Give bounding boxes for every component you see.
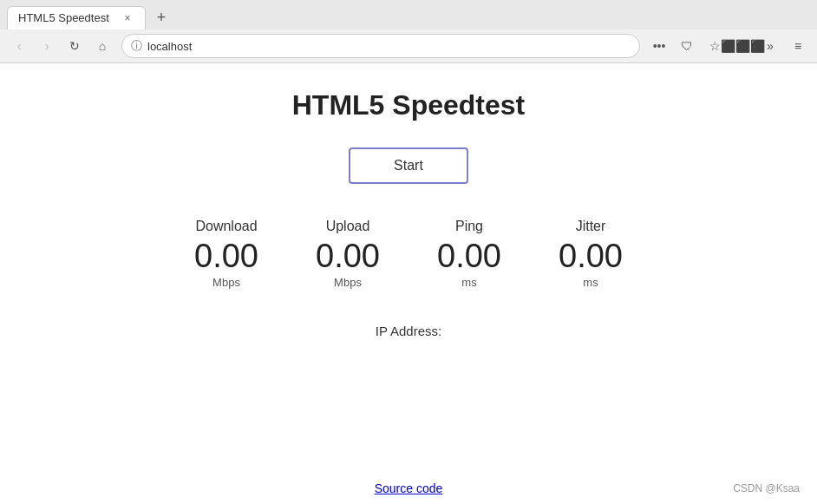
- refresh-icon: ↻: [69, 39, 80, 53]
- page-footer: Source code CSDN @Ksaa: [0, 481, 817, 495]
- nav-bar: ‹ › ↻ ⌂ ⓘ localhost ••• 🛡 ☆ ⬛⬛⬛ »: [0, 29, 817, 62]
- new-tab-button[interactable]: +: [149, 5, 173, 29]
- library-button[interactable]: ⬛⬛⬛: [730, 34, 755, 58]
- menu-button[interactable]: ≡: [786, 34, 810, 58]
- forward-button[interactable]: ›: [35, 34, 59, 58]
- tab-title: HTML5 Speedtest: [18, 11, 114, 24]
- metric-download-label: Download: [195, 219, 257, 234]
- start-button[interactable]: Start: [349, 147, 468, 184]
- metric-upload-unit: Mbps: [334, 276, 362, 289]
- metric-upload-label: Upload: [326, 219, 370, 234]
- metric-jitter-label: Jitter: [576, 219, 606, 234]
- tab-bar: HTML5 Speedtest × +: [0, 0, 817, 29]
- ip-address-row: IP Address:: [376, 324, 441, 338]
- metric-jitter: Jitter 0.00 ms: [556, 219, 625, 289]
- address-bar[interactable]: ⓘ localhost: [121, 34, 640, 58]
- metric-jitter-value: 0.00: [559, 239, 623, 272]
- pocket-button[interactable]: 🛡: [675, 34, 699, 58]
- pocket-icon: 🛡: [681, 39, 693, 53]
- browser-tab[interactable]: HTML5 Speedtest ×: [7, 6, 146, 29]
- back-icon: ‹: [17, 39, 22, 53]
- browser-chrome: HTML5 Speedtest × + ‹ › ↻ ⌂ ⓘ localhost …: [0, 0, 817, 63]
- home-icon: ⌂: [99, 39, 106, 53]
- metric-ping-value: 0.00: [437, 239, 501, 272]
- forward-icon: ›: [45, 39, 49, 53]
- metrics-container: Download 0.00 Mbps Upload 0.00 Mbps Ping…: [62, 219, 755, 289]
- more-nav-button[interactable]: »: [758, 34, 782, 58]
- metric-ping: Ping 0.00 ms: [435, 219, 504, 289]
- metric-upload-value: 0.00: [316, 239, 380, 272]
- home-button[interactable]: ⌂: [90, 34, 114, 58]
- tab-close-button[interactable]: ×: [121, 11, 134, 25]
- metric-ping-label: Ping: [455, 219, 483, 234]
- page-title: HTML5 Speedtest: [292, 89, 525, 121]
- metric-download-value: 0.00: [194, 239, 258, 272]
- address-text: localhost: [147, 40, 631, 53]
- metric-ping-unit: ms: [461, 276, 476, 289]
- more-options-button[interactable]: •••: [647, 34, 671, 58]
- footer-credit: CSDN @Ksaa: [733, 482, 800, 494]
- source-code-link[interactable]: Source code: [375, 481, 443, 495]
- nav-right-icons: ••• 🛡 ☆ ⬛⬛⬛ » ≡: [647, 34, 810, 58]
- info-icon: ⓘ: [131, 38, 142, 54]
- back-button[interactable]: ‹: [7, 34, 31, 58]
- metric-upload: Upload 0.00 Mbps: [313, 219, 382, 289]
- metric-download-unit: Mbps: [212, 276, 240, 289]
- page-content: HTML5 Speedtest Start Download 0.00 Mbps…: [0, 63, 817, 504]
- bookmark-icon: ☆: [709, 39, 721, 53]
- metric-download: Download 0.00 Mbps: [192, 219, 261, 289]
- ip-address-label: IP Address:: [376, 324, 441, 338]
- metric-jitter-unit: ms: [583, 276, 598, 289]
- refresh-button[interactable]: ↻: [62, 34, 87, 58]
